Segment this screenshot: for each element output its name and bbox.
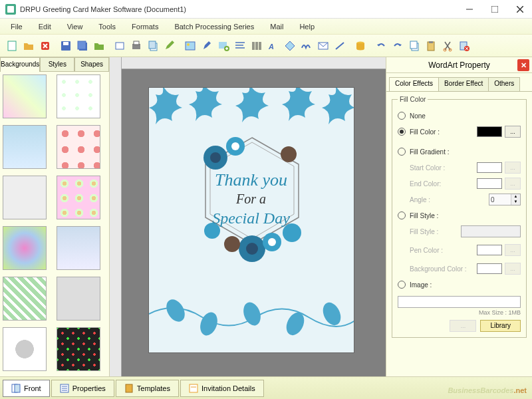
- properties-panel: WordArt Property ✕ Color Effects Border …: [386, 57, 532, 376]
- bg-thumb[interactable]: [57, 125, 100, 169]
- bg-thumb[interactable]: [3, 125, 47, 169]
- label-pen-color: Pen Color :: [410, 247, 477, 254]
- svg-point-46: [246, 243, 258, 255]
- svg-rect-1: [7, 6, 14, 13]
- label-image: Image :: [410, 281, 521, 289]
- redo-icon[interactable]: [390, 38, 406, 54]
- copy-icon[interactable]: [145, 38, 161, 54]
- canvas-area: Thank you For a Special Day: [110, 57, 386, 376]
- radio-fill-color[interactable]: [398, 128, 406, 136]
- radio-none[interactable]: [398, 112, 406, 120]
- tab-border-effect[interactable]: Border Effect: [438, 77, 489, 92]
- svg-point-41: [210, 152, 221, 163]
- library-button[interactable]: Library: [480, 320, 521, 332]
- saveall-icon[interactable]: [74, 38, 90, 54]
- bg-thumb[interactable]: [3, 176, 47, 219]
- pen-color-swatch: [477, 245, 502, 255]
- tab-backgrounds[interactable]: Backgrounds: [0, 57, 40, 72]
- radio-fill-gradient[interactable]: [398, 148, 406, 156]
- save-icon[interactable]: [58, 38, 74, 54]
- properties-icon: [60, 384, 69, 393]
- new-icon[interactable]: [4, 38, 20, 54]
- label-start-color: Start Color :: [410, 164, 477, 172]
- btab-front[interactable]: Front: [3, 380, 50, 397]
- tab-styles[interactable]: Styles: [40, 57, 74, 72]
- menu-file[interactable]: File: [4, 21, 29, 33]
- bg-thumb[interactable]: [57, 327, 100, 371]
- menu-formats[interactable]: Formats: [125, 21, 165, 33]
- mail-icon[interactable]: [315, 38, 331, 54]
- svg-point-35: [240, 300, 263, 328]
- bg-thumb[interactable]: [3, 226, 47, 270]
- menu-view[interactable]: View: [61, 21, 90, 33]
- database-icon[interactable]: [352, 38, 368, 54]
- card-icon[interactable]: [112, 38, 128, 54]
- remove-icon[interactable]: [456, 38, 472, 54]
- menu-batch[interactable]: Batch Processing Series: [168, 21, 261, 33]
- left-panel: Backgrounds Styles Shapes: [0, 57, 110, 376]
- card-text[interactable]: Thank you For a Special Day: [212, 170, 290, 227]
- signature-icon[interactable]: [299, 38, 315, 54]
- bg-thumb[interactable]: [57, 74, 100, 118]
- bg-thumb[interactable]: [57, 226, 100, 270]
- bg-thumb[interactable]: [57, 176, 100, 219]
- tab-color-effects[interactable]: Color Effects: [389, 77, 439, 92]
- bg-thumb[interactable]: [3, 277, 47, 321]
- minimize-button[interactable]: [463, 3, 476, 16]
- bg-thumb[interactable]: [3, 327, 47, 371]
- open-icon[interactable]: [21, 38, 37, 54]
- templates-icon: [124, 384, 134, 393]
- menu-mail[interactable]: Mail: [263, 21, 290, 33]
- bg-thumb[interactable]: [3, 74, 47, 118]
- fill-color-browse[interactable]: ...: [505, 126, 521, 138]
- svg-rect-17: [186, 42, 195, 50]
- shape-icon[interactable]: [282, 38, 298, 54]
- cut-icon[interactable]: [440, 38, 456, 54]
- svg-point-44: [281, 146, 297, 162]
- pen-icon[interactable]: [199, 38, 215, 54]
- radio-image[interactable]: [398, 281, 406, 289]
- close-button[interactable]: [513, 3, 527, 16]
- delete-icon[interactable]: [37, 38, 53, 54]
- bg-color-swatch: [477, 263, 502, 274]
- tab-shapes[interactable]: Shapes: [74, 57, 109, 72]
- close-panel-icon[interactable]: ✕: [517, 59, 529, 71]
- menu-help[interactable]: Help: [293, 21, 321, 33]
- svg-point-43: [231, 142, 239, 150]
- paste-icon[interactable]: [423, 38, 439, 54]
- greeting-card[interactable]: Thank you For a Special Day: [148, 87, 354, 353]
- ruler-horizontal: [122, 57, 386, 69]
- edit-icon[interactable]: [162, 38, 178, 54]
- maximize-button[interactable]: [488, 3, 501, 16]
- svg-rect-12: [116, 43, 124, 49]
- menu-edit[interactable]: Edit: [32, 21, 58, 33]
- undo-icon[interactable]: [373, 38, 389, 54]
- copy2-icon[interactable]: [406, 38, 422, 54]
- svg-rect-53: [15, 384, 20, 392]
- barcode-icon[interactable]: [249, 38, 265, 54]
- svg-rect-6: [8, 41, 16, 51]
- menu-tools[interactable]: Tools: [92, 21, 122, 33]
- image-icon[interactable]: [182, 38, 198, 54]
- angle-input: [489, 194, 511, 205]
- export-icon[interactable]: [91, 38, 107, 54]
- fill-color-swatch[interactable]: [477, 126, 502, 137]
- svg-rect-59: [190, 384, 198, 392]
- pen-color-browse: ...: [505, 244, 521, 256]
- radio-fill-style[interactable]: [398, 211, 406, 219]
- btab-invitation[interactable]: Invitation Details: [180, 380, 264, 397]
- print-icon[interactable]: [128, 38, 144, 54]
- label-fill-style: Fill Style :: [410, 228, 461, 235]
- tab-others[interactable]: Others: [488, 77, 520, 92]
- menubar: File Edit View Tools Formats Batch Proce…: [0, 19, 532, 35]
- line-icon[interactable]: [332, 38, 348, 54]
- wordart-icon[interactable]: A: [265, 38, 281, 54]
- picture-add-icon[interactable]: [215, 38, 231, 54]
- bottom-tabs: Front Properties Templates Invitation De…: [0, 376, 532, 399]
- btab-properties[interactable]: Properties: [51, 380, 114, 397]
- front-icon: [11, 384, 21, 393]
- text-lines-icon[interactable]: [232, 38, 248, 54]
- btab-templates[interactable]: Templates: [116, 380, 179, 397]
- bg-thumb[interactable]: [57, 277, 100, 321]
- ruler-vertical: [110, 57, 122, 376]
